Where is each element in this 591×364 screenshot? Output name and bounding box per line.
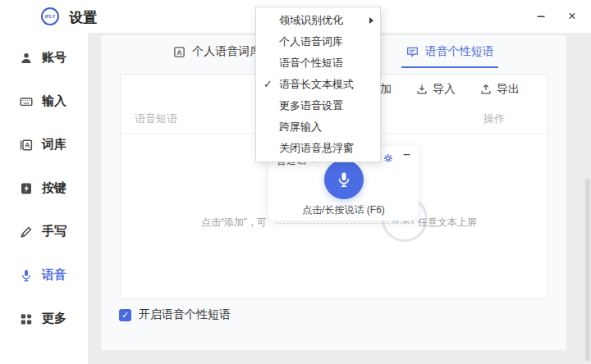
empty-hint-right: 任意文本上屏 xyxy=(418,216,477,230)
sidebar-item-label: 语音 xyxy=(42,267,66,283)
svg-text:A: A xyxy=(177,48,182,56)
vertical-scrollbar[interactable] xyxy=(585,179,590,361)
menu-item-label: 语音长文本模式 xyxy=(279,78,354,90)
app-logo-icon: iFLY xyxy=(41,7,59,25)
lexicon-icon: A xyxy=(20,139,33,152)
window-title: 设置 xyxy=(69,8,97,27)
enable-phrases-row: ✓ 开启语音个性短语 xyxy=(119,307,231,322)
close-button[interactable]: × xyxy=(561,6,583,27)
menu-item-voice-personal-phrases[interactable]: 语音个性短语 xyxy=(256,52,380,74)
enable-phrases-checkbox[interactable]: ✓ xyxy=(119,309,131,321)
widget-minimize-icon[interactable]: − xyxy=(403,148,410,162)
user-icon xyxy=(20,52,33,65)
sidebar-item-label: 词库 xyxy=(42,137,66,152)
sidebar-item-label: 账号 xyxy=(42,50,66,66)
microphone-icon xyxy=(20,269,33,282)
sidebar-item-more[interactable]: 更多 xyxy=(0,297,88,340)
menu-item-cross-screen-input[interactable]: 跨屏输入 xyxy=(256,116,380,138)
export-icon xyxy=(480,84,492,95)
sidebar-item-voice[interactable]: 语音 xyxy=(0,253,88,297)
menu-item-label: 领域识别优化 xyxy=(279,14,343,26)
phrase-bubble-icon xyxy=(406,46,419,58)
menu-item-long-text-mode[interactable]: ✓ 语音长文本模式 xyxy=(256,74,380,95)
menu-item-label: 更多语音设置 xyxy=(279,99,343,111)
check-icon: ✓ xyxy=(263,74,273,95)
handwriting-icon xyxy=(20,225,33,239)
menu-item-label: 语音个性短语 xyxy=(279,57,343,69)
tab-label: 语音个性短语 xyxy=(425,44,494,59)
active-tab-underline xyxy=(401,66,498,68)
tab-label: 个人语音词库 xyxy=(192,44,261,59)
menu-item-domain-recognition[interactable]: 领域识别优化 xyxy=(256,10,380,31)
sidebar-item-input[interactable]: 输入 xyxy=(0,80,88,123)
enable-phrases-label: 开启语音个性短语 xyxy=(139,307,231,322)
more-grid-icon xyxy=(20,312,33,325)
lexicon-a-icon: A xyxy=(173,46,186,58)
import-icon xyxy=(416,84,428,95)
sidebar-item-label: 手写 xyxy=(42,224,66,239)
menu-item-personal-voice-lexicon[interactable]: 个人语音词库 xyxy=(256,31,380,52)
keypress-icon xyxy=(20,182,33,195)
export-label: 导出 xyxy=(497,82,520,97)
empty-hint-left: 点击“添加”，可 xyxy=(201,216,267,230)
minimize-button[interactable]: − xyxy=(530,6,552,27)
sidebar-item-label: 按键 xyxy=(42,180,66,196)
column-header-action: 操作 xyxy=(483,111,547,126)
sidebar-item-keypress[interactable]: 按键 xyxy=(0,166,88,210)
sidebar-item-label: 输入 xyxy=(42,93,66,109)
sidebar-item-lexicon[interactable]: A 词库 xyxy=(0,123,88,166)
empty-hint-occluded xyxy=(275,223,415,224)
import-button[interactable]: 导入 xyxy=(416,82,456,97)
sidebar-item-label: 更多 xyxy=(42,311,66,326)
voice-settings-gear-icon[interactable] xyxy=(383,152,394,164)
menu-item-label: 跨屏输入 xyxy=(279,121,322,133)
svg-text:A: A xyxy=(25,141,30,149)
menu-item-label: 关闭语音悬浮窗 xyxy=(279,142,354,154)
keyboard-icon xyxy=(20,95,33,108)
submenu-arrow-icon xyxy=(369,17,373,24)
column-header-phrase: 语音短语 xyxy=(135,111,177,126)
voice-context-menu: 领域识别优化 个人语音词库 语音个性短语 ✓ 语音长文本模式 更多语音设置 跨屏… xyxy=(255,7,381,162)
speak-microphone-button[interactable] xyxy=(324,160,364,199)
menu-item-more-voice-settings[interactable]: 更多语音设置 xyxy=(256,95,380,116)
speak-hint-text: 点击/长按说话 (F6) xyxy=(268,203,419,217)
menu-item-label: 个人语音词库 xyxy=(279,35,343,48)
menu-item-close-floating-window[interactable]: 关闭语音悬浮窗 xyxy=(256,138,380,159)
import-label: 导入 xyxy=(433,82,456,97)
sidebar: 账号 输入 A 词库 按键 手写 语音 更多 xyxy=(0,33,88,364)
sidebar-item-account[interactable]: 账号 xyxy=(0,36,88,80)
export-button[interactable]: 导出 xyxy=(480,82,520,97)
sidebar-item-handwriting[interactable]: 手写 xyxy=(0,210,88,253)
